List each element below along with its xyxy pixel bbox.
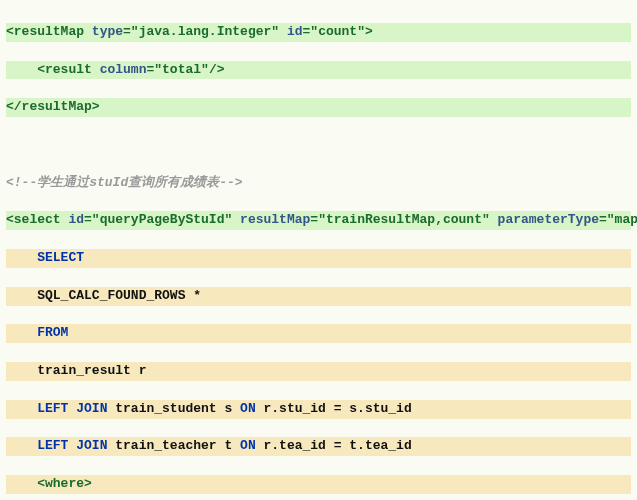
code-line: train_result r — [6, 362, 631, 381]
code-line: </resultMap> — [6, 98, 631, 117]
code-line: SQL_CALC_FOUND_ROWS * — [6, 287, 631, 306]
code-line: <resultMap type="java.lang.Integer" id="… — [6, 23, 631, 42]
code-line: LEFT JOIN train_student s ON r.stu_id = … — [6, 400, 631, 419]
xml-tag: <resultMap — [6, 24, 84, 39]
code-line: <select id="queryPageByStuId" resultMap=… — [6, 211, 631, 230]
code-line: SELECT — [6, 249, 631, 268]
code-line: <result column="total"/> — [6, 61, 631, 80]
comment-line: <!--学生通过stuId查询所有成绩表--> — [6, 174, 631, 193]
code-line: LEFT JOIN train_teacher t ON r.tea_id = … — [6, 437, 631, 456]
blank-line — [6, 136, 631, 155]
xml-code-snippet: <resultMap type="java.lang.Integer" id="… — [0, 0, 637, 500]
code-line: <where> — [6, 475, 631, 494]
code-line: FROM — [6, 324, 631, 343]
